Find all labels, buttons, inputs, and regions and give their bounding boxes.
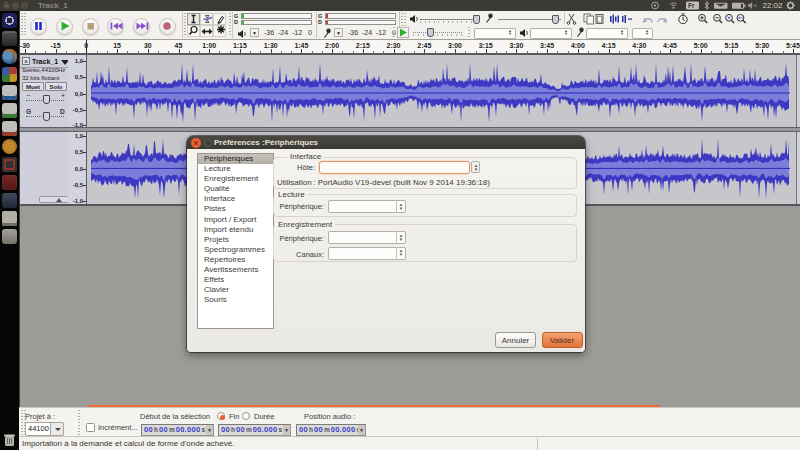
svg-text:Fr: Fr [688,2,695,9]
svg-text:22:02: 22:02 [763,1,784,10]
